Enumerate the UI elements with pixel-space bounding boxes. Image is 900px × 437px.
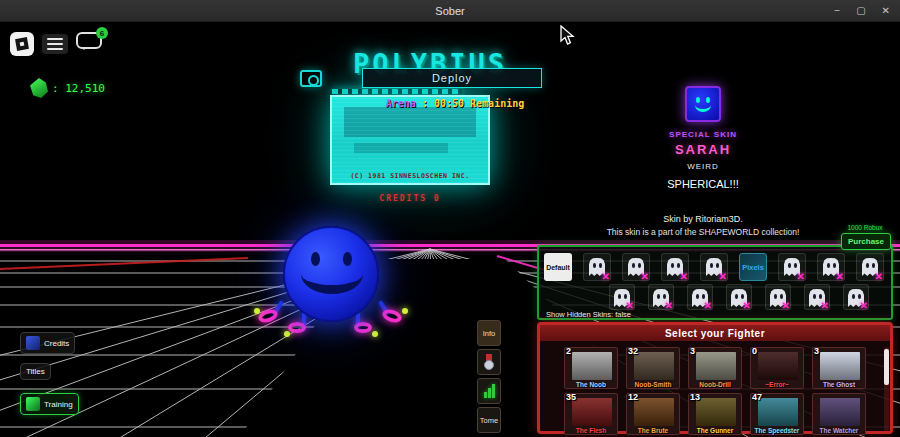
skin-rarity: WEIRD xyxy=(603,162,803,171)
fighter-count: 47 xyxy=(752,392,762,402)
skin-slot-locked[interactable]: ✕ xyxy=(700,253,728,281)
skin-slot-locked[interactable]: ✕ xyxy=(609,284,635,310)
fighter-count: 12 xyxy=(628,392,638,402)
locked-x-icon: ✕ xyxy=(743,301,751,311)
purchase-button[interactable]: Purchase xyxy=(841,233,891,250)
arena-label: Arena xyxy=(386,98,416,109)
titles-button[interactable]: Titles xyxy=(20,363,51,380)
close-button[interactable]: ✕ xyxy=(882,6,890,16)
locked-x-icon: ✕ xyxy=(704,301,712,311)
arena-timer: Arena : 00:50 Remaining xyxy=(330,98,580,109)
locked-x-icon: ✕ xyxy=(782,301,790,311)
fighter-card[interactable]: 12 The Brute xyxy=(626,393,680,435)
fighter-card[interactable]: 0 ~Error~ xyxy=(750,347,804,389)
locked-x-icon: ✕ xyxy=(641,272,649,282)
chat-badge: 6 xyxy=(96,27,108,39)
leg-ring xyxy=(288,322,306,333)
badges-button[interactable] xyxy=(477,349,501,375)
skin-slot-locked[interactable]: ✕ xyxy=(843,284,869,310)
roblox-logo-icon xyxy=(15,37,29,51)
stats-button[interactable] xyxy=(477,378,501,404)
fighter-panel-title: Select your Fighter xyxy=(540,325,890,341)
game-scene: 6 : 12,510 POLYBIUS Deploy Arena : 00:50… xyxy=(0,22,900,437)
fighter-card[interactable]: The Watcher xyxy=(812,393,866,435)
scrollbar-thumb[interactable] xyxy=(884,349,889,385)
fighter-thumbnail xyxy=(758,352,798,380)
character-body xyxy=(283,226,379,322)
roblox-menu-button[interactable] xyxy=(10,32,34,56)
credits-label: Credits xyxy=(44,339,69,348)
skin-slot-locked[interactable]: ✕ xyxy=(817,253,845,281)
leg-tip xyxy=(402,308,408,314)
skin-slot-locked[interactable]: ✕ xyxy=(765,284,791,310)
minimize-button[interactable]: − xyxy=(834,6,840,16)
credits-button[interactable]: Credits xyxy=(20,332,75,354)
fighter-name: Noob-Smith xyxy=(627,381,679,388)
fighter-card[interactable]: 32 Noob-Smith xyxy=(626,347,680,389)
fighter-count: 0 xyxy=(752,346,757,356)
chat-button[interactable]: 6 xyxy=(76,32,106,56)
fighter-thumbnail xyxy=(820,352,860,380)
skin-slot-default[interactable]: Default xyxy=(544,253,572,281)
locked-x-icon: ✕ xyxy=(797,272,805,282)
training-button[interactable]: Training xyxy=(20,393,79,415)
locked-x-icon: ✕ xyxy=(602,272,610,282)
skin-slot-pixels[interactable]: Pixels xyxy=(739,253,767,281)
leg-ring xyxy=(381,307,404,325)
skin-slot-locked[interactable]: ✕ xyxy=(726,284,752,310)
locked-x-icon: ✕ xyxy=(860,301,868,311)
fighter-thumbnail xyxy=(696,352,736,380)
fighter-scrollbar[interactable] xyxy=(884,347,889,431)
credits-icon xyxy=(26,336,40,350)
skin-slot-locked[interactable]: ✕ xyxy=(648,284,674,310)
window-controls: − ▢ ✕ xyxy=(834,0,890,22)
bar-chart-icon xyxy=(484,384,495,398)
skin-collection-line: This skin is a part of the SHAPEWORLD co… xyxy=(598,227,808,237)
fighter-name: The Brute xyxy=(627,427,679,434)
tome-button[interactable]: Tome xyxy=(477,407,501,433)
skin-name: SARAH xyxy=(603,142,803,157)
skin-slot-locked[interactable]: ✕ xyxy=(778,253,806,281)
skin-slot-locked[interactable]: ✕ xyxy=(804,284,830,310)
skin-slot-locked[interactable]: ✕ xyxy=(856,253,884,281)
fighter-thumbnail xyxy=(572,352,612,380)
leg-ring xyxy=(354,322,372,333)
screen-scanlines xyxy=(332,97,488,183)
fighter-thumbnail xyxy=(696,398,736,426)
currency-display: : 12,510 xyxy=(30,78,105,98)
screen-copyright: (C) 1981 SINNESLOSCHEN INC. xyxy=(332,172,488,180)
fighter-count: 35 xyxy=(566,392,576,402)
locked-x-icon: ✕ xyxy=(821,301,829,311)
fighter-card[interactable]: 47 The Speedster xyxy=(750,393,804,435)
info-button[interactable]: Info xyxy=(477,320,501,346)
deploy-button[interactable]: Deploy xyxy=(362,68,542,88)
fighter-count: 3 xyxy=(814,346,819,356)
skin-selection-panel: Default ✕ ✕ ✕ ✕ Pixels ✕ ✕ ✕ ✕ ✕ ✕ ✕ ✕ ✕… xyxy=(537,245,893,320)
skin-slot-locked[interactable]: ✕ xyxy=(622,253,650,281)
skin-slot-locked[interactable]: ✕ xyxy=(583,253,611,281)
leg-tip xyxy=(284,331,290,337)
fighter-card[interactable]: 35 The Flesh xyxy=(564,393,618,435)
medal-icon xyxy=(483,354,495,370)
character-smile xyxy=(301,254,363,294)
fighter-card[interactable]: 3 Noob-Drill xyxy=(688,347,742,389)
skin-slot-locked[interactable]: ✕ xyxy=(687,284,713,310)
maximize-button[interactable]: ▢ xyxy=(856,6,865,16)
fighter-name: The Flesh xyxy=(565,427,617,434)
fighter-name: The Noob xyxy=(565,381,617,388)
leg-tip xyxy=(254,308,260,314)
fighter-card[interactable]: 2 The Noob xyxy=(564,347,618,389)
fighter-thumbnail xyxy=(634,352,674,380)
leg-tip xyxy=(372,331,378,337)
app-window: Sober − ▢ ✕ xyxy=(0,0,900,437)
fighter-thumbnail xyxy=(634,398,674,426)
fighter-card[interactable]: 13 The Gunner xyxy=(688,393,742,435)
fighter-thumbnail xyxy=(572,398,612,426)
fighter-name: Noob-Drill xyxy=(689,381,741,388)
fighter-card[interactable]: 3 The Ghost xyxy=(812,347,866,389)
show-hidden-skins-label: Show Hidden Skins: false xyxy=(546,310,631,319)
hamburger-menu-button[interactable] xyxy=(42,34,68,54)
skin-slot-locked[interactable]: ✕ xyxy=(661,253,689,281)
player-character xyxy=(256,224,406,354)
special-skin-label: SPECIAL SKIN xyxy=(603,130,803,139)
